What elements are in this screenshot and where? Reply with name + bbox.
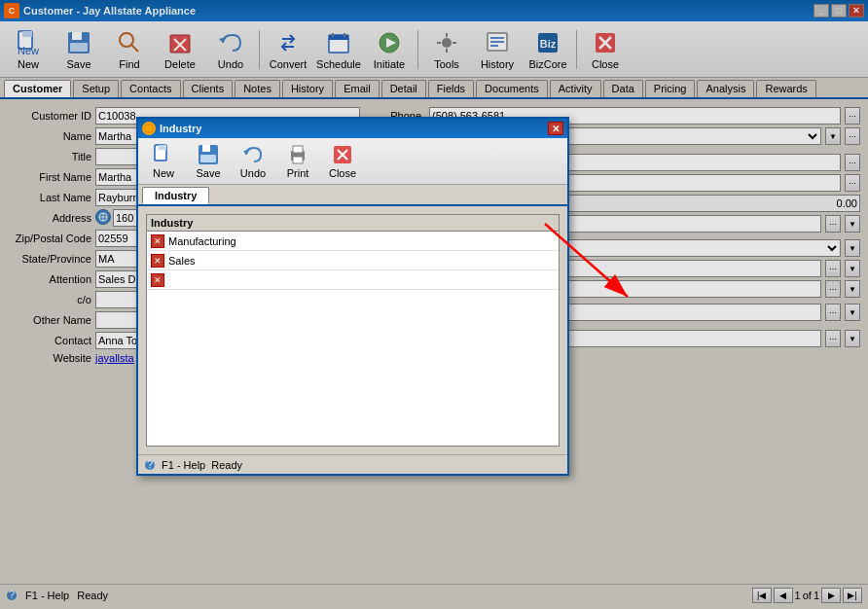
new-industry-input[interactable] xyxy=(168,274,555,286)
industry-column-header: Industry xyxy=(151,217,193,229)
modal-title-bar: Industry ✕ xyxy=(138,119,567,138)
modal-status-bar: ? F1 - Help Ready xyxy=(138,454,567,474)
modal-undo-button[interactable]: Undo xyxy=(232,140,274,183)
table-row: ✕ Manufacturing xyxy=(147,232,559,251)
modal-status: Ready xyxy=(211,459,242,471)
modal-save-button[interactable]: Save xyxy=(187,140,230,183)
manufacturing-text: Manufacturing xyxy=(168,235,236,247)
modal-print-label: Print xyxy=(287,167,309,179)
modal-print-button[interactable]: Print xyxy=(276,140,319,183)
modal-title-icon xyxy=(142,122,156,135)
table-row: ✕ Sales xyxy=(147,251,559,270)
delete-manufacturing-button[interactable]: ✕ xyxy=(151,234,164,248)
delete-empty-row-button[interactable]: ✕ xyxy=(151,273,164,287)
modal-undo-icon xyxy=(241,143,265,166)
svg-text:?: ? xyxy=(147,459,153,470)
modal-f1-help: F1 - Help xyxy=(162,459,205,471)
modal-undo-label: Undo xyxy=(240,167,266,179)
sales-text: Sales xyxy=(168,255,196,267)
modal-new-label: New xyxy=(153,167,174,179)
modal-help-icon: ? xyxy=(144,459,156,471)
modal-new-icon xyxy=(152,143,175,166)
delete-sales-button[interactable]: ✕ xyxy=(151,254,164,268)
modal-close-toolbar-icon xyxy=(331,143,354,166)
table-row: ✕ xyxy=(147,270,559,290)
modal-new-button[interactable]: New xyxy=(142,140,185,183)
modal-close-button[interactable]: ✕ xyxy=(548,122,563,135)
svg-rect-45 xyxy=(293,146,303,153)
modal-toolbar: New Save Undo Print xyxy=(138,138,567,185)
modal-close-toolbar-button[interactable]: Close xyxy=(321,140,364,183)
svg-marker-43 xyxy=(243,150,250,155)
modal-tab-industry[interactable]: Industry xyxy=(142,187,209,204)
modal-save-label: Save xyxy=(196,167,220,179)
modal-tab-bar: Industry xyxy=(138,185,567,206)
modal-close-toolbar-label: Close xyxy=(329,167,356,179)
modal-save-icon xyxy=(197,143,220,166)
modal-print-icon xyxy=(286,143,309,166)
svg-rect-39 xyxy=(159,145,166,150)
modal-content-area: Industry ✕ Manufacturing ✕ Sales ✕ xyxy=(138,206,567,454)
empty-space xyxy=(147,290,559,446)
industry-modal: Industry ✕ New Save Undo xyxy=(136,117,569,476)
svg-rect-41 xyxy=(202,145,210,152)
industry-table: Industry ✕ Manufacturing ✕ Sales ✕ xyxy=(146,214,560,447)
modal-title: Industry xyxy=(160,123,201,134)
industry-table-header: Industry xyxy=(147,215,559,232)
svg-rect-42 xyxy=(200,155,216,162)
svg-rect-37 xyxy=(145,125,153,132)
svg-rect-46 xyxy=(293,157,303,163)
